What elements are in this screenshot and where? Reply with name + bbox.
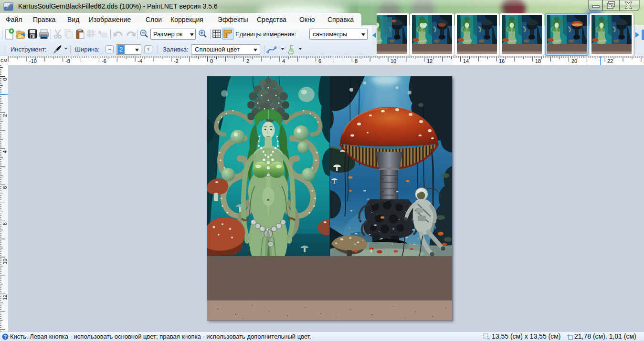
svg-text:10: 10 [391,58,396,64]
svg-text:6: 6 [2,186,8,189]
svg-text:12: 12 [2,294,8,300]
svg-text:2: 2 [246,58,249,64]
svg-text:22: 22 [607,58,613,64]
svg-text:6: 6 [318,58,321,64]
svg-text:?: ? [4,334,7,340]
svg-text:-6: -6 [102,58,106,64]
svg-text:2: 2 [2,114,8,117]
svg-text:-4: -4 [137,58,142,64]
svg-text:20: 20 [571,58,577,64]
svg-text:8: 8 [2,222,8,225]
svg-text:4: 4 [282,58,285,64]
svg-text:4: 4 [2,150,8,153]
svg-text:0: 0 [2,78,8,81]
svg-text:16: 16 [499,58,505,64]
svg-text:10: 10 [2,258,8,264]
svg-text:8: 8 [355,58,358,64]
svg-text:12: 12 [427,58,433,64]
svg-text:-2: -2 [174,58,179,64]
svg-text:-10: -10 [29,58,37,64]
svg-text:14: 14 [463,58,469,64]
svg-text:-8: -8 [65,58,70,64]
svg-text:0: 0 [210,58,213,64]
svg-text:18: 18 [535,58,541,64]
